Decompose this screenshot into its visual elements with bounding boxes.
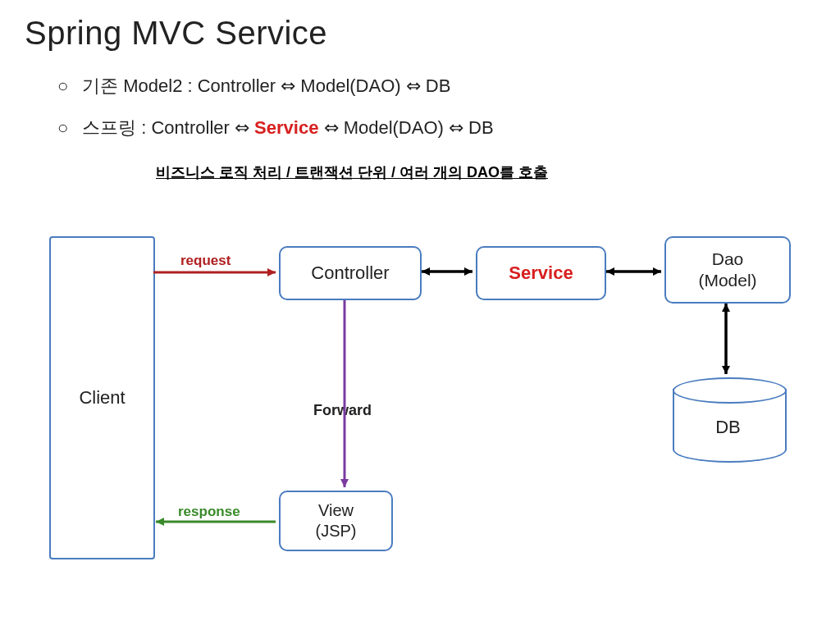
node-view: View (JSP): [279, 491, 393, 551]
bullet-1-text-a: 기존 Model2 : Controller: [82, 75, 281, 96]
node-client: Client: [49, 236, 155, 559]
bullet-2-service: Service: [254, 117, 318, 138]
label-response: response: [178, 504, 240, 520]
bullet-2-text-c: DB: [468, 117, 494, 138]
bullet-2-text-a: 스프링 : Controller: [82, 117, 235, 138]
bullet-arrow: ⇔: [449, 117, 463, 138]
node-db: DB: [673, 377, 783, 468]
bullet-arrow: ⇔: [281, 75, 295, 96]
bullet-arrow: ⇔: [235, 117, 249, 138]
node-service: Service: [476, 246, 606, 300]
bullet-1-text-b: Model(DAO): [300, 75, 405, 96]
bullet-item-2: ○ 스프링 : Controller ⇔ Service ⇔ Model(DAO…: [57, 116, 494, 141]
bullet-2-text-b: Model(DAO): [344, 117, 449, 138]
bullet-arrow: ⇔: [324, 117, 339, 138]
bullet-marker: ○: [57, 116, 77, 141]
node-controller: Controller: [279, 246, 422, 300]
db-cylinder-top: [673, 377, 787, 404]
slide-title: Spring MVC Service: [25, 15, 327, 52]
bullet-list: ○ 기존 Model2 : Controller ⇔ Model(DAO) ⇔ …: [57, 74, 494, 158]
sub-note: 비즈니스 로직 처리 / 트랜잭션 단위 / 여러 개의 DAO를 호출: [156, 162, 548, 182]
label-forward: Forward: [313, 402, 372, 419]
bullet-marker: ○: [57, 74, 77, 99]
bullet-1-text-c: DB: [426, 75, 451, 96]
label-request: request: [180, 253, 231, 269]
db-label: DB: [673, 417, 783, 438]
node-dao: Dao (Model): [664, 236, 791, 304]
bullet-arrow: ⇔: [406, 75, 421, 96]
bullet-item-1: ○ 기존 Model2 : Controller ⇔ Model(DAO) ⇔ …: [57, 74, 494, 99]
